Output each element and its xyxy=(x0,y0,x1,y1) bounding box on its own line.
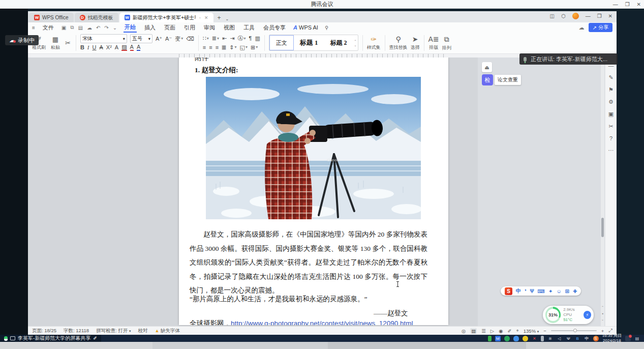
paper-check-icon[interactable]: 检 xyxy=(482,74,493,85)
usb-tray-icon[interactable] xyxy=(541,336,544,341)
clear-format-button[interactable]: ⌫ xyxy=(186,36,194,42)
meeting-restore-icon[interactable]: ❐ xyxy=(625,2,630,7)
line-spacing-button[interactable]: ⇕▾ xyxy=(229,45,236,50)
font-size-combo[interactable]: 五号 ▾ xyxy=(130,34,152,43)
ime-toolbox-icon[interactable]: ⊞ xyxy=(565,288,569,294)
style-gallery-down-icon[interactable]: ⌄ xyxy=(354,43,357,47)
volume-tray-icon[interactable]: ◁ xyxy=(557,336,562,341)
find-replace-button[interactable]: ⚲ 查找替换 xyxy=(389,34,408,52)
quickbar-caret-icon[interactable]: ⌄ xyxy=(113,25,117,31)
shading-button[interactable]: ◱▾ xyxy=(240,45,248,50)
paragraph-mark-button[interactable]: ¶ xyxy=(249,36,252,41)
ime-punctuation-icon[interactable]: ❜ xyxy=(525,288,526,294)
cut-button[interactable]: ✂ xyxy=(64,34,72,52)
recording-badge[interactable]: ☁ 录制中 xyxy=(5,35,39,45)
prev-page-icon[interactable]: ⌃ xyxy=(601,305,604,309)
menu-file[interactable]: 文件 xyxy=(42,23,55,32)
hamburger-menu-icon[interactable]: ≡ xyxy=(32,25,35,31)
ime-mode-chinese[interactable]: 中 xyxy=(516,287,521,295)
split-view-icon[interactable]: ◫ xyxy=(549,13,554,19)
text-effects-button[interactable]: 变▾ xyxy=(175,36,183,42)
rail-image-icon[interactable]: ▣ xyxy=(608,111,614,118)
save-icon[interactable]: ▣ xyxy=(62,25,66,31)
phonetic-guide-button[interactable]: A xyxy=(115,45,118,50)
increase-font-button[interactable]: A⁺ xyxy=(156,36,162,42)
doc-source-link[interactable]: http://www.g-photography.net/contest/vis… xyxy=(231,319,413,325)
rail-settings-icon[interactable]: ⚙ xyxy=(608,99,614,105)
status-page-number[interactable]: 页面: 18/25 xyxy=(32,328,56,334)
menu-insert[interactable]: 插入 xyxy=(143,23,157,32)
tab-wps-home[interactable]: W WPS Office xyxy=(29,13,74,22)
meeting-minimize-icon[interactable]: — xyxy=(613,2,618,7)
network-tray-icon[interactable]: ≋ xyxy=(547,336,553,341)
justify-button[interactable]: ≣ xyxy=(222,45,226,50)
cpu-monitor-widget[interactable]: 31% 2.9K/s CPU 51°C ⚡ xyxy=(543,306,594,324)
menu-wps-ai[interactable]: A WPS AI xyxy=(293,24,318,31)
zoom-out-icon[interactable]: − xyxy=(543,328,546,334)
error-tray-icon[interactable]: ✕ xyxy=(532,336,537,341)
focus-mode-icon[interactable]: ⌖ xyxy=(516,328,518,334)
outline-view-icon[interactable]: ☰ xyxy=(481,328,486,334)
superscript-button[interactable]: X² xyxy=(106,45,112,50)
page-view-icon[interactable]: ▤ xyxy=(470,328,477,334)
bold-button[interactable]: B xyxy=(80,45,84,50)
italic-button[interactable]: I xyxy=(87,45,89,50)
tab-pin-icon[interactable]: ◦ xyxy=(199,15,201,20)
print-icon[interactable]: ▤ xyxy=(78,25,82,31)
ime-voice-icon[interactable]: Ψ xyxy=(530,288,534,294)
outdent-button[interactable]: ⇤ xyxy=(222,36,227,41)
cloud-status-icon[interactable]: ☁ xyxy=(579,24,585,31)
tab-docer-templates[interactable]: D 找稻壳模板 xyxy=(75,13,118,22)
zoom-level[interactable]: 135% ▾ xyxy=(524,328,539,334)
underline-button[interactable]: U xyxy=(93,45,97,50)
change-case-button[interactable]: Ⓐ▾ xyxy=(237,36,246,41)
account-avatar[interactable] xyxy=(572,13,579,19)
boost-ball-icon[interactable]: ⚡ xyxy=(584,311,591,319)
zoom-slider[interactable] xyxy=(551,330,597,331)
strikethrough-button[interactable]: A xyxy=(99,45,103,50)
cloud-sync-icon[interactable]: ☁ xyxy=(87,25,92,31)
status-proofread[interactable]: 校对 xyxy=(138,328,148,334)
meeting-tray-icon[interactable]: M xyxy=(495,336,501,341)
wps-restore-icon[interactable]: ❐ xyxy=(597,13,602,19)
align-center-button[interactable]: ≡ xyxy=(209,45,212,50)
collapse-panel-button[interactable]: ⏏ xyxy=(482,62,492,72)
rail-edit-icon[interactable]: ✎ xyxy=(608,74,613,81)
browse-object-icon[interactable]: ● xyxy=(601,312,604,315)
menu-home[interactable]: 开始 xyxy=(124,23,137,33)
wps-close-icon[interactable]: ✕ xyxy=(608,13,612,19)
coin-tray-icon[interactable] xyxy=(523,336,528,341)
align-left-button[interactable]: ≡ xyxy=(203,45,206,50)
style-gallery-up-icon[interactable]: ⌃ xyxy=(354,39,357,43)
sogou-logo-icon[interactable]: S xyxy=(505,287,512,295)
scrollbar-thumb[interactable] xyxy=(601,218,604,237)
skin-icon[interactable]: ⬡ xyxy=(561,13,566,19)
zoom-slider-handle[interactable] xyxy=(573,329,577,332)
ime-tools-icon[interactable]: ✚ xyxy=(573,288,577,294)
screen-share-task-item[interactable]: 李英军-新疆师范大学的屏幕共享 ✐ xyxy=(0,335,101,342)
vertical-scrollbar[interactable]: ⌃ ⌃ ● ⌄ xyxy=(601,57,604,326)
font-name-combo[interactable]: 宋体 ▾ xyxy=(80,34,127,43)
bullets-button[interactable]: ∷▾ xyxy=(203,36,209,41)
status-missing-font[interactable]: ▲ 缺失字体 xyxy=(155,328,180,334)
style-set-button[interactable]: ✑ 样式集 xyxy=(367,34,381,52)
zoom-in-icon[interactable]: + xyxy=(601,328,604,334)
mic-tray-icon[interactable]: Ψ xyxy=(566,336,571,341)
font-color-button[interactable]: A xyxy=(130,44,134,51)
wps-minimize-icon[interactable]: — xyxy=(586,13,591,19)
ime-emoji-icon[interactable]: ☺ xyxy=(556,288,561,294)
menu-member[interactable]: 会员专享 xyxy=(262,23,287,32)
paper-check-entry[interactable]: 检 论文查重 xyxy=(482,74,521,85)
tab-list-caret-icon[interactable]: ⌄ xyxy=(226,17,229,21)
document-page[interactable]: 附件 1. 赵登文介绍: xyxy=(179,57,448,325)
arrange-button[interactable]: ⧉ 排列 xyxy=(442,34,451,52)
paste-button[interactable]: ▦ 粘贴 xyxy=(50,34,61,52)
fit-page-icon[interactable]: ⤢ xyxy=(608,328,612,334)
rail-select-icon[interactable]: ⚑ xyxy=(608,86,614,93)
ink-icon[interactable]: ✐ xyxy=(507,328,511,334)
ime-skin-icon[interactable]: ✦ xyxy=(548,288,553,294)
menu-view[interactable]: 视图 xyxy=(223,23,236,32)
battery-tray-icon[interactable] xyxy=(488,336,492,341)
sogou-tray-icon[interactable]: S xyxy=(593,336,599,341)
document-view[interactable]: 附件 1. 赵登文介绍: xyxy=(28,57,605,326)
